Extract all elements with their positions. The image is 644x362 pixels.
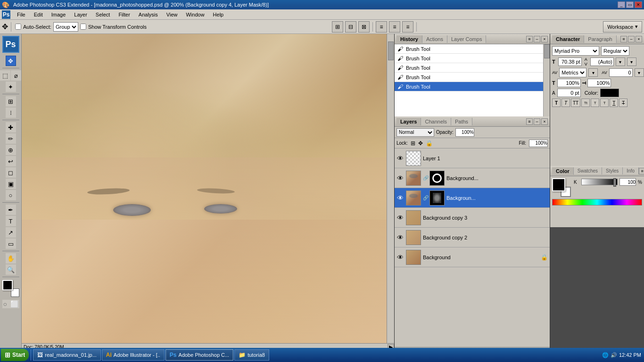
tab-styles[interactable]: Styles (602, 167, 623, 174)
layer-item-bgcopy4[interactable]: 👁 🔗 Background... (395, 168, 550, 188)
tab-actions[interactable]: Actions (422, 35, 447, 43)
leading-stepper[interactable]: ▾ (627, 58, 636, 66)
lock-pixels-icon[interactable]: ⊞ (411, 140, 415, 147)
path-select-tool[interactable]: ↗ (6, 227, 16, 238)
menu-file[interactable]: File (13, 11, 29, 18)
font-style-select[interactable]: Regular Bold Italic (601, 46, 629, 56)
tab-layers[interactable]: Layers (396, 118, 421, 125)
minimize-btn[interactable]: _ (618, 1, 625, 8)
blend-mode-select[interactable]: Normal Multiply Screen (396, 128, 434, 137)
history-panel-close-btn[interactable]: × (541, 36, 548, 42)
hand-tool[interactable]: ✋ (6, 253, 16, 263)
bgcopy4-visibility-icon[interactable]: 👁 (396, 174, 404, 182)
history-scrollbar[interactable] (543, 44, 550, 116)
tab-paths[interactable]: Paths (451, 118, 472, 125)
eraser-tool[interactable]: ◻ (6, 167, 16, 178)
foreground-color-swatch[interactable] (2, 280, 13, 290)
vertical-scale-input[interactable] (587, 79, 611, 87)
quick-mask-icon[interactable]: ○ (3, 300, 7, 308)
lock-all-icon[interactable]: 🔒 (426, 140, 433, 147)
layer-item-bgcopy2[interactable]: 👁 Background copy 2 (395, 228, 550, 247)
pen-tool[interactable]: ✒ (6, 205, 16, 215)
history-item-3[interactable]: 🖌 Brush Tool (395, 63, 543, 73)
char-panel-close-btn[interactable]: × (636, 36, 642, 42)
start-button[interactable]: ⊞ Start (1, 349, 29, 361)
align-bottom-btn[interactable]: ≡ (402, 21, 413, 33)
font-family-select[interactable]: Myriad Pro (552, 46, 599, 56)
menu-view[interactable]: View (163, 11, 182, 18)
menu-filter[interactable]: Filter (115, 11, 133, 18)
kerning-select[interactable]: Metrics Optical 0 (559, 68, 586, 77)
menu-edit[interactable]: Edit (30, 11, 47, 18)
vscroll-thumb[interactable] (388, 41, 394, 60)
color-spectrum[interactable] (552, 199, 642, 206)
strikethrough-style-btn[interactable]: T (619, 99, 627, 107)
char-panel-collapse-btn[interactable]: – (628, 36, 635, 42)
close-btn[interactable]: ✕ (635, 1, 642, 8)
k-value-input[interactable] (619, 178, 636, 186)
restore-btn[interactable]: ▭ (626, 1, 634, 8)
allcaps-style-btn[interactable]: TT (571, 99, 580, 107)
color-swatches[interactable] (2, 280, 19, 297)
layer-item-layer1[interactable]: 👁 Layer 1 (395, 148, 550, 168)
fill-input[interactable] (529, 140, 548, 147)
canvas-scrollbar-vertical[interactable] (387, 34, 394, 343)
tab-channels[interactable]: Channels (421, 118, 451, 125)
lasso-tool[interactable]: ⌀ (11, 70, 21, 81)
color-panel-menu-btn[interactable]: ≡ (639, 168, 644, 174)
layer-item-bg[interactable]: 👁 Background 🔒 (395, 247, 550, 267)
bold-style-btn[interactable]: T (552, 99, 561, 107)
tab-character[interactable]: Character (552, 35, 584, 43)
history-scroll-thumb[interactable] (544, 44, 550, 58)
fg-color-swatch[interactable] (552, 178, 565, 191)
menu-analysis[interactable]: Analysis (135, 11, 162, 18)
color-swatch[interactable] (600, 89, 619, 97)
zoom-tool[interactable]: 🔍 (6, 264, 16, 275)
layer-item-bgcopy-active[interactable]: 👁 🔗 Backgroun... (395, 188, 550, 208)
type-tool[interactable]: T (6, 216, 16, 226)
sub-style-btn[interactable]: T (600, 99, 609, 107)
tracking-input[interactable] (609, 68, 633, 77)
horizontal-scale-input[interactable] (557, 79, 581, 87)
bg-visibility-icon[interactable]: 👁 (396, 254, 404, 261)
align-center-h-btn[interactable]: ⊟ (345, 21, 356, 33)
history-panel-menu-btn[interactable]: ≡ (526, 36, 533, 42)
auto-select-dropdown[interactable]: Group Layer (53, 22, 78, 32)
bgcopy-visibility-icon[interactable]: 👁 (396, 194, 404, 202)
layers-panel-collapse-btn[interactable]: – (534, 118, 540, 125)
history-item-2[interactable]: 🖌 Brush Tool (395, 54, 543, 63)
taskbar-network-icon[interactable]: 🌐 (602, 352, 609, 358)
taskbar-item-1[interactable]: 🖼 real_madonna_01.jp... (33, 349, 100, 361)
tab-history[interactable]: History (396, 35, 422, 43)
menu-image[interactable]: Image (48, 11, 70, 18)
screen-mode-icon[interactable]: ⬜ (10, 300, 18, 308)
k-slider-thumb[interactable] (613, 178, 616, 187)
tab-paragraph[interactable]: Paragraph (584, 35, 616, 43)
layers-panel-menu-btn[interactable]: ≡ (526, 118, 533, 125)
bgcopy3-visibility-icon[interactable]: 👁 (396, 214, 404, 222)
kerning-stepper[interactable]: ▾ (588, 68, 598, 77)
heal-tool[interactable]: ✚ (6, 122, 16, 132)
clone-tool[interactable]: ⊕ (6, 145, 16, 155)
bgcopy2-visibility-icon[interactable]: 👁 (396, 234, 404, 241)
taskbar-item-2[interactable]: Ai Adobe Illustrator - [.. (102, 349, 165, 361)
leading-input[interactable] (590, 58, 614, 66)
history-item-5[interactable]: 🖌 Brush Tool (395, 82, 543, 91)
layer-item-bgcopy3[interactable]: 👁 Background copy 3 (395, 208, 550, 228)
layers-panel-close-btn[interactable]: × (541, 118, 548, 125)
char-panel-menu-btn[interactable]: ≡ (620, 36, 627, 42)
tab-color[interactable]: Color (552, 167, 574, 175)
menu-select[interactable]: Select (92, 11, 114, 18)
history-brush-tool[interactable]: ↩ (6, 156, 16, 166)
tab-info[interactable]: Info (623, 167, 639, 174)
quick-select-tool[interactable]: ✦ (6, 82, 16, 92)
align-top-btn[interactable]: ≡ (376, 21, 387, 33)
super-style-btn[interactable]: T (591, 99, 599, 107)
italic-style-btn[interactable]: T (561, 99, 570, 107)
align-right-btn[interactable]: ⊠ (358, 21, 370, 33)
layer1-visibility-icon[interactable]: 👁 (396, 155, 404, 162)
menu-window[interactable]: Window (182, 11, 208, 18)
lock-position-icon[interactable]: ✥ (418, 140, 423, 147)
marquee-tool[interactable]: ⬚ (0, 70, 10, 81)
k-slider[interactable] (581, 179, 618, 185)
